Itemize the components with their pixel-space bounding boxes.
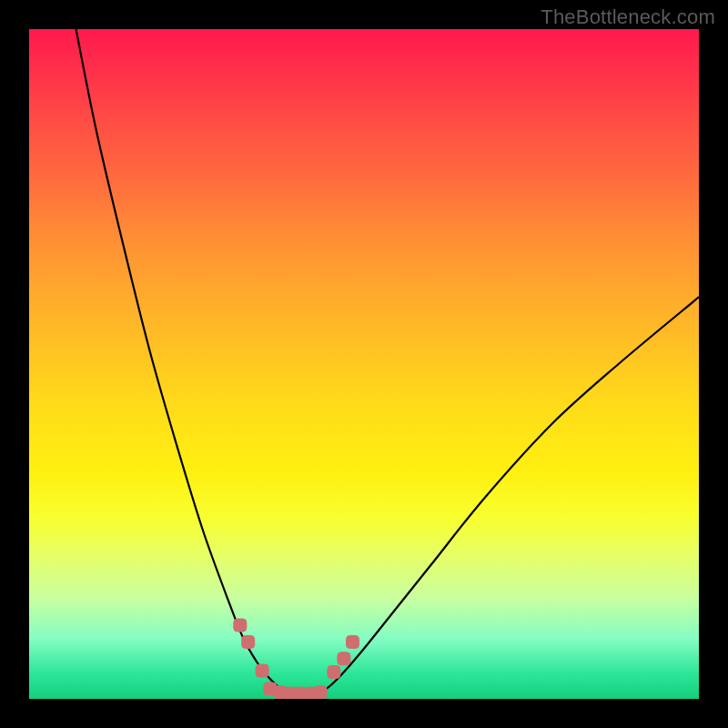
marker-point xyxy=(242,635,255,648)
chart-svg xyxy=(29,29,699,699)
marker-group xyxy=(234,619,359,699)
watermark-label: TheBottleneck.com xyxy=(541,5,715,29)
marker-point xyxy=(346,635,359,648)
marker-point xyxy=(328,666,340,679)
marker-point xyxy=(234,619,247,632)
marker-point xyxy=(338,652,350,665)
marker-point xyxy=(256,664,268,677)
curve-right-branch xyxy=(317,297,699,695)
plot-area xyxy=(29,29,699,699)
chart-frame: TheBottleneck.com xyxy=(0,0,728,728)
curve-left-branch xyxy=(76,29,298,695)
marker-point xyxy=(314,686,327,699)
